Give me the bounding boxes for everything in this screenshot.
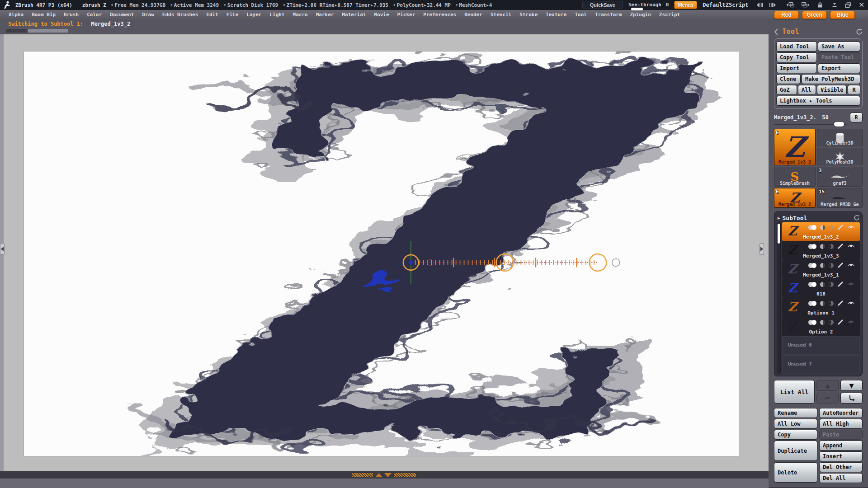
menu-draw[interactable]: Draw [138, 12, 158, 18]
right-tray-toggle[interactable] [760, 243, 764, 255]
eye-icon[interactable] [847, 282, 855, 287]
del-other-button[interactable]: Del Other [819, 462, 863, 472]
restore-button[interactable] [845, 2, 851, 8]
tool-thumbnail-simplebrush[interactable]: S SimpleBrush [774, 167, 816, 187]
menu-stencil[interactable]: Stencil [486, 12, 515, 18]
menu-brush[interactable]: Brush [60, 12, 83, 18]
document-canvas[interactable]: Z Z Z Z Z Z [24, 51, 739, 456]
contrast-icon[interactable] [829, 263, 834, 268]
contrast-icon[interactable] [829, 301, 834, 306]
brush-icon[interactable] [837, 243, 844, 249]
append-button[interactable]: Append [819, 441, 863, 450]
delete-button[interactable]: Delete [774, 462, 817, 483]
tray-grip[interactable] [352, 473, 417, 477]
menu-transform[interactable]: Transform [591, 12, 626, 18]
menu-texture[interactable]: Texture [542, 12, 571, 18]
list-all-button[interactable]: List All [774, 380, 815, 404]
tray-grip-hatch[interactable] [393, 473, 417, 477]
autoreorder-button[interactable]: AutoReorder [819, 408, 863, 418]
menu-edds-brushes[interactable]: Edds Brushes [158, 12, 202, 18]
contrast-icon[interactable] [829, 225, 834, 230]
goz-all-button[interactable]: All [798, 85, 816, 95]
menu-marker[interactable]: Marker [312, 12, 338, 18]
lock-icon[interactable] [817, 2, 823, 8]
menu-boom-bip[interactable]: Boom Bip [28, 12, 60, 18]
menu-macro[interactable]: Macro [289, 12, 312, 18]
polypaint-icon[interactable] [808, 244, 816, 249]
select-down-button[interactable]: ▼ [840, 380, 863, 391]
tool-slider-track[interactable] [774, 124, 847, 125]
bottom-tray-divider[interactable] [0, 471, 769, 479]
viewport[interactable]: Z Z Z Z Z Z [4, 34, 769, 471]
history-forward-icon[interactable] [769, 2, 779, 8]
tool-thumbnail-merged-pm3d[interactable]: 15 Merged_PM3D_Ge [817, 188, 863, 208]
polypaint-icon[interactable] [808, 263, 816, 268]
goz-r-button[interactable]: R [848, 85, 860, 95]
clone-button[interactable]: Clone [776, 74, 801, 84]
load-tool-button[interactable]: Load Tool [776, 42, 817, 52]
polypaint-icon[interactable] [808, 282, 816, 287]
menu-zscript[interactable]: Zscript [655, 12, 684, 18]
brush-icon[interactable] [837, 262, 844, 268]
menu-material[interactable]: Material [338, 12, 370, 18]
tool-thumbnail-polymesh3d[interactable]: PolyMesh3D [817, 148, 863, 165]
eye-icon[interactable] [847, 301, 855, 306]
tray-collapse-icon[interactable] [384, 473, 392, 477]
menu-document[interactable]: Document [106, 12, 138, 18]
del-all-button[interactable]: Del All [819, 473, 863, 483]
shade-icon[interactable] [820, 263, 825, 268]
shade-icon[interactable] [820, 282, 825, 287]
see-through-control[interactable]: See-through 0 [628, 2, 669, 9]
brush-icon[interactable] [837, 319, 844, 325]
contrast-icon[interactable] [829, 282, 834, 287]
restore-configuration-icon[interactable] [856, 28, 863, 35]
eye-icon[interactable] [847, 244, 855, 249]
document-back-icon[interactable] [784, 2, 795, 8]
contrast-icon[interactable] [829, 244, 834, 249]
subtool-restore-icon[interactable] [854, 215, 860, 221]
eye-icon[interactable] [847, 320, 855, 325]
eye-icon[interactable] [847, 225, 855, 230]
menu-zplugin[interactable]: Zplugin [626, 12, 655, 18]
polypaint-icon[interactable] [808, 301, 816, 306]
menu-render[interactable]: Render [460, 12, 486, 18]
brush-icon[interactable] [837, 281, 844, 287]
menu-alpha[interactable]: Alpha [5, 12, 28, 18]
make-polymesh3d-button[interactable]: Make PolyMesh3D [802, 74, 860, 84]
eye-icon[interactable] [847, 263, 855, 268]
minimize-button[interactable] [831, 2, 838, 8]
subtool-item-unused-7[interactable]: Unused 7 [782, 355, 860, 374]
rename-button[interactable]: Rename [774, 408, 817, 418]
export-button[interactable]: Export [818, 63, 860, 73]
polypaint-icon[interactable] [808, 225, 816, 230]
subtool-item-018[interactable]: Z 018 [782, 279, 860, 298]
transpose-line[interactable] [24, 52, 739, 456]
save-as-button[interactable]: Save As [818, 42, 860, 52]
shade-icon[interactable] [820, 301, 825, 306]
shade-icon[interactable] [820, 225, 825, 230]
slider-r-button[interactable]: R [850, 113, 863, 122]
brush-icon[interactable] [837, 300, 844, 306]
subtool-item-option-2[interactable]: Z Option 2 [782, 317, 860, 336]
tray-grip-hatch[interactable] [352, 473, 373, 477]
menu-movie[interactable]: Movie [370, 12, 393, 18]
tool-thumbnail-merged[interactable]: 6 Z Merged_1v3_2 [774, 188, 816, 208]
all-low-button[interactable]: All Low [774, 419, 817, 429]
subtool-item-unused-6[interactable]: Unused 6 [782, 336, 860, 355]
tool-thumbnail-cylinder3d[interactable]: Cylinder3D [817, 129, 863, 146]
duplicate-button[interactable]: Duplicate [774, 441, 817, 461]
subtool-item-merged-1v3-3[interactable]: Z Merged_1v3_3 [782, 241, 860, 260]
subtool-header[interactable]: ▸ SubTool [777, 213, 860, 222]
transpose-axis-handle[interactable] [408, 260, 413, 265]
brush-icon[interactable] [837, 224, 844, 230]
menu-preferences[interactable]: Preferences [419, 12, 460, 18]
quicksave-button[interactable]: QuickSave [582, 1, 623, 9]
polypaint-icon[interactable] [808, 320, 816, 325]
subtool-item-optinon-1[interactable]: Z Optinon 1 [782, 298, 860, 317]
contrast-icon[interactable] [829, 320, 834, 325]
menu-color[interactable]: Color [83, 12, 106, 18]
lightbox-tools-button[interactable]: Lightbox ▸ Tools [776, 96, 860, 106]
all-high-button[interactable]: All High [819, 419, 863, 429]
subtool-item-merged-1v3-2[interactable]: Z Merged_1v3_2 [782, 222, 860, 241]
menu-stroke[interactable]: Stroke [515, 12, 542, 18]
